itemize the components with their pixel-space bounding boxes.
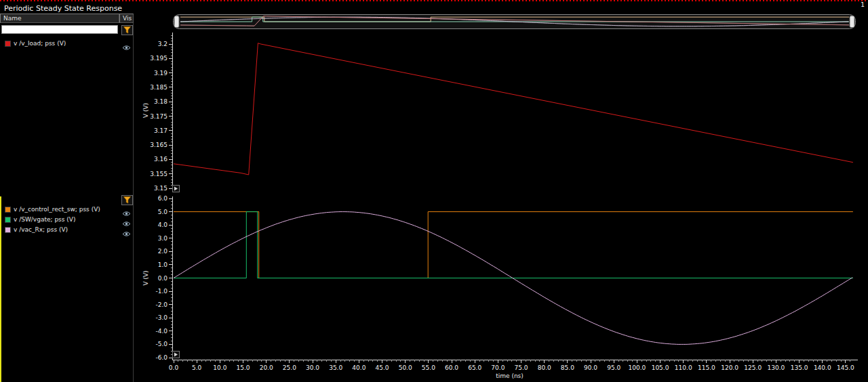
y-tick-label: 5.0 bbox=[158, 209, 168, 215]
x-tick-label: 85.0 bbox=[561, 364, 574, 371]
strip-right-handle bbox=[850, 16, 854, 28]
y-tick-label: 3.18 bbox=[154, 98, 167, 105]
visibility-eye-icon[interactable] bbox=[122, 41, 131, 47]
y-tick-label: 3.17 bbox=[154, 127, 167, 134]
vis-column-header[interactable]: Vis bbox=[119, 14, 134, 23]
signal-label: v /v_control_rect_sw; pss (V) bbox=[14, 206, 100, 213]
signal-label: v /vac_Rx; pss (V) bbox=[14, 226, 68, 233]
signal-color-swatch bbox=[5, 227, 11, 233]
x-tick-label: 40.0 bbox=[352, 364, 366, 371]
x-tick-label: 70.0 bbox=[491, 364, 505, 371]
x-tick-label: 5.0 bbox=[192, 364, 202, 371]
y-tick-label: 3.175 bbox=[150, 113, 167, 120]
visibility-eye-icon[interactable] bbox=[122, 217, 131, 223]
y-tick-label: 3.0 bbox=[158, 235, 168, 242]
x-tick-label: 110.0 bbox=[675, 364, 692, 371]
y-tick-label: 0.0 bbox=[158, 275, 168, 282]
y-tick-label: 3.195 bbox=[150, 55, 167, 62]
y-tick-label: -6.0 bbox=[155, 354, 167, 361]
y-axis-title: V (V) bbox=[142, 103, 149, 118]
x-tick-label: 100.0 bbox=[629, 364, 646, 371]
x-tick-label: 90.0 bbox=[584, 364, 597, 371]
x-tick-label: 15.0 bbox=[236, 364, 250, 371]
x-tick-label: 75.0 bbox=[515, 364, 528, 371]
x-tick-label: 50.0 bbox=[399, 364, 412, 371]
overview-scrollbar-strip[interactable] bbox=[173, 14, 856, 29]
waveform-trace bbox=[174, 212, 853, 278]
x-tick-label: 105.0 bbox=[652, 364, 669, 371]
y-tick-label: 3.155 bbox=[150, 171, 167, 177]
x-tick-label: 120.0 bbox=[721, 364, 738, 371]
visibility-eye-icon[interactable] bbox=[122, 207, 131, 213]
y-tick-label: 3.185 bbox=[150, 84, 167, 91]
x-tick-label: 30.0 bbox=[306, 364, 319, 371]
x-tick-label: 0.0 bbox=[169, 364, 179, 371]
funnel-icon bbox=[123, 196, 131, 204]
x-tick-label: 115.0 bbox=[698, 364, 715, 371]
filter-funnel-button-top[interactable] bbox=[121, 25, 133, 35]
x-tick-label: 10.0 bbox=[213, 364, 226, 371]
control-signals-waveform-plot[interactable]: -6.0-5.0-4.0-3.0-2.0-1.00.01.02.03.04.05… bbox=[134, 195, 868, 382]
y-tick-label: 3.165 bbox=[150, 142, 167, 148]
y-tick-label: 3.19 bbox=[154, 70, 167, 77]
y-axis-title: V (V) bbox=[142, 270, 149, 285]
x-tick-label: 55.0 bbox=[422, 364, 435, 371]
y-tick-label: 2.0 bbox=[158, 248, 168, 255]
x-tick-label: 95.0 bbox=[607, 364, 620, 371]
x-tick-label: 80.0 bbox=[538, 364, 551, 371]
strip-left-handle bbox=[174, 16, 179, 28]
x-tick-label: 45.0 bbox=[376, 364, 389, 371]
x-tick-label: 25.0 bbox=[283, 364, 296, 371]
x-tick-label: 125.0 bbox=[744, 364, 762, 371]
waveform-trace bbox=[174, 43, 853, 175]
x-axis-title: time (ns) bbox=[496, 373, 524, 379]
group-selection-bar bbox=[0, 196, 1, 382]
y-tick-label: 4.0 bbox=[158, 221, 168, 228]
y-tick-label: 6.0 bbox=[158, 195, 168, 202]
signal-color-swatch bbox=[5, 207, 11, 213]
window-top-dotted-border bbox=[0, 0, 868, 1]
signal-filter-input[interactable] bbox=[1, 25, 118, 34]
waveform-trace bbox=[174, 212, 853, 278]
y-tick-label: 3.16 bbox=[154, 156, 167, 163]
visibility-eye-icon[interactable] bbox=[122, 227, 131, 233]
x-tick-label: 65.0 bbox=[468, 364, 481, 371]
y-tick-label: 3.15 bbox=[154, 185, 167, 192]
x-tick-label: 60.0 bbox=[445, 364, 458, 371]
x-tick-label: 35.0 bbox=[329, 364, 342, 371]
x-tick-label: 145.0 bbox=[837, 364, 854, 371]
y-tick-label: 3.2 bbox=[158, 41, 167, 47]
name-column-header[interactable]: Name bbox=[0, 14, 119, 23]
signal-color-swatch bbox=[5, 217, 11, 223]
signal-label: v /v_load; pss (V) bbox=[14, 40, 66, 47]
x-tick-label: 20.0 bbox=[260, 364, 273, 371]
signal-row-vload[interactable]: v /v_load; pss (V) bbox=[0, 39, 134, 49]
expand-strip-button-bottom[interactable] bbox=[172, 351, 180, 358]
window-title: Periodic Steady State Response bbox=[4, 4, 122, 13]
y-tick-label: -5.0 bbox=[155, 341, 167, 347]
viva-waveform-window: Periodic Steady State Response 1 Name Vi… bbox=[0, 0, 868, 382]
right-arrow-icon bbox=[174, 352, 178, 357]
signal-color-swatch bbox=[5, 41, 11, 47]
eye-icon bbox=[122, 45, 131, 51]
signal-row-vcontrol[interactable]: v /v_control_rect_sw; pss (V) bbox=[0, 205, 134, 215]
funnel-icon bbox=[123, 26, 131, 34]
x-tick-label: 135.0 bbox=[791, 364, 808, 371]
x-tick-label: 140.0 bbox=[814, 364, 831, 371]
signal-sidebar: Name Vis v /v_load; pss (V) bbox=[0, 14, 134, 382]
y-tick-label: -1.0 bbox=[155, 288, 167, 295]
y-tick-label: -4.0 bbox=[155, 328, 167, 335]
filter-funnel-button-bottom[interactable] bbox=[121, 195, 133, 205]
eye-icon bbox=[122, 231, 131, 237]
y-tick-label: 1.0 bbox=[158, 261, 168, 268]
expand-strip-button-top[interactable] bbox=[172, 185, 180, 192]
y-tick-label: -2.0 bbox=[155, 301, 167, 308]
right-arrow-icon bbox=[174, 186, 178, 191]
page-indicator: 1 bbox=[861, 1, 865, 8]
vload-waveform-plot[interactable]: 3.153.1553.163.1653.173.1753.183.1853.19… bbox=[134, 30, 868, 194]
y-tick-label: -3.0 bbox=[155, 314, 167, 321]
signal-row-vacrx[interactable]: v /vac_Rx; pss (V) bbox=[0, 226, 134, 235]
signal-row-vgate[interactable]: v /SW/vgate; pss (V) bbox=[0, 215, 134, 225]
x-tick-label: 130.0 bbox=[768, 364, 785, 371]
signal-label: v /SW/vgate; pss (V) bbox=[14, 216, 76, 223]
